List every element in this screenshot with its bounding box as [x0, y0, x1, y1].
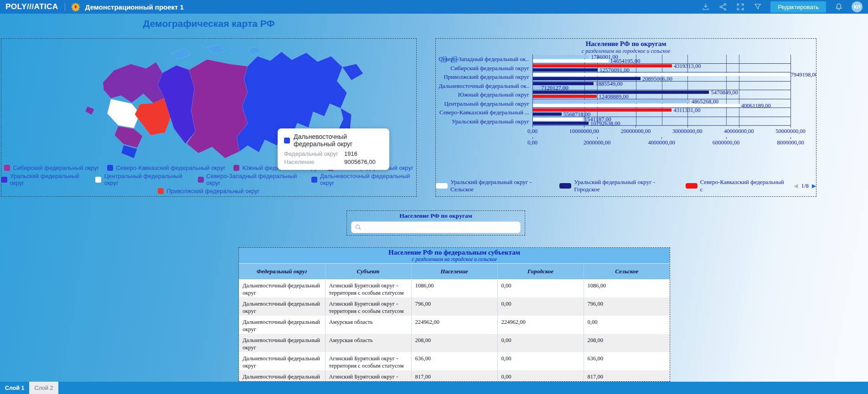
- axis-tick: [687, 126, 688, 128]
- map-legend-item[interactable]: Центральный федеральный округ: [95, 173, 189, 186]
- chart-bar-value: 4311331,00: [673, 107, 700, 114]
- map-islands[interactable]: [207, 45, 225, 55]
- map-region-chukotka[interactable]: [342, 64, 363, 80]
- legend-label: Центральный федеральный округ: [104, 173, 189, 186]
- chart-category-label: Центральный федеральный округ: [439, 99, 529, 108]
- fullscreen-icon[interactable]: [736, 2, 745, 11]
- edit-button[interactable]: Редактировать: [770, 1, 826, 13]
- table-cell: Дальневосточный федеральный округ: [239, 352, 325, 370]
- legend-label: Приволжский федеральный округ: [166, 188, 259, 194]
- map-tooltip: Дальневосточный федеральный округ Федера…: [278, 128, 389, 170]
- map-legend-item[interactable]: Сибирский федеральный округ: [4, 164, 99, 171]
- table-row[interactable]: Дальневосточный федеральный округАгински…: [239, 297, 670, 316]
- table-cell: Амурская область: [325, 316, 411, 334]
- chart-bar[interactable]: [533, 122, 589, 125]
- chart-bar[interactable]: [533, 55, 589, 58]
- chart-legend-item[interactable]: Уральский федеральный округ - Городское: [559, 179, 680, 193]
- map-legend-item[interactable]: Северо-Западный федеральный округ: [198, 173, 303, 186]
- legend-next-icon[interactable]: ▶: [812, 183, 816, 189]
- chart-bar[interactable]: [533, 68, 598, 72]
- layer-tab-2[interactable]: Слой 2: [29, 382, 58, 394]
- table-cell: 0,00: [497, 352, 584, 370]
- project-title: Демонстрационный проект 1: [85, 3, 184, 11]
- bell-icon[interactable]: [834, 2, 843, 11]
- map-legend-item[interactable]: Приволжский федеральный округ: [158, 188, 259, 194]
- legend-swatch: [559, 183, 571, 189]
- chart-bar[interactable]: [533, 118, 583, 121]
- axis-tick: [790, 137, 791, 139]
- table-row[interactable]: Дальневосточный федеральный округАмурска…: [239, 316, 670, 334]
- chart-row: 5470849,0012408889,00: [533, 90, 790, 99]
- table-cell: Агинский Бурятский округ - территория с …: [325, 279, 411, 297]
- chart-bar[interactable]: [533, 77, 641, 80]
- chart-row: 4319313,0012570091,00: [533, 64, 790, 73]
- legend-prev-icon[interactable]: ◀: [794, 183, 798, 189]
- legend-label: Сибирский федеральный округ: [13, 164, 99, 171]
- legend-label: Дальневосточный федеральный округ: [320, 173, 416, 186]
- table-row[interactable]: Дальневосточный федеральный округАгински…: [239, 370, 670, 382]
- legend-swatch: [107, 165, 113, 171]
- table-cell: 208,00: [411, 334, 497, 352]
- table-cell: 796,00: [584, 297, 670, 316]
- table-cell: 1086,00: [411, 279, 497, 297]
- chart-row: 4311331,005568718,00: [533, 108, 790, 117]
- table-row[interactable]: Дальневосточный федеральный округАгински…: [239, 352, 670, 370]
- map-islands[interactable]: [248, 46, 261, 56]
- table-row[interactable]: Дальневосточный федеральный округАмурска…: [239, 334, 670, 352]
- table-cell: 0,00: [497, 334, 584, 352]
- search-widget: Население РФ по округам: [346, 210, 525, 235]
- table-subtitle: с разделением на городское и сельское: [239, 256, 670, 262]
- tooltip-title: Дальневосточный федеральный округ: [294, 133, 383, 148]
- tooltip-row-label: Население: [284, 159, 344, 165]
- download-icon[interactable]: [701, 2, 710, 11]
- chart-bar[interactable]: [533, 100, 690, 103]
- table-column-header[interactable]: Федеральный округ: [239, 264, 325, 279]
- chart-bar-value: 5470849,00: [711, 89, 738, 96]
- chart-row: 1746001,0014654195,00: [533, 55, 790, 64]
- table-column-header[interactable]: Население: [411, 264, 497, 279]
- map-legend-item[interactable]: Дальневосточный федеральный округ: [311, 173, 416, 186]
- table-cell: 0,00: [497, 297, 584, 316]
- table-row[interactable]: Дальневосточный федеральный округАгински…: [239, 279, 670, 297]
- legend-page-number: 1/8: [801, 182, 809, 189]
- map-legend-row: Приволжский федеральный округ: [158, 188, 259, 194]
- share-icon[interactable]: [718, 2, 728, 11]
- chart-legend-item[interactable]: Северо-Кавказский федеральный с: [686, 179, 786, 193]
- table-column-header[interactable]: Городское: [497, 264, 584, 279]
- chart-bar[interactable]: [533, 95, 597, 98]
- chart-bar-value: 7949198,00: [790, 72, 816, 78]
- map-islands[interactable]: [171, 48, 191, 60]
- table-column-header[interactable]: Сельское: [584, 264, 670, 279]
- search-input[interactable]: [364, 224, 517, 231]
- chart-category-label: Северо-Кавказский федеральный ...: [439, 108, 529, 117]
- search-box[interactable]: [351, 221, 521, 233]
- layer-tab-1[interactable]: Слой 1: [0, 382, 29, 394]
- filter-icon[interactable]: [753, 2, 762, 11]
- axis-tick: [584, 126, 584, 128]
- map-district-yuzhny[interactable]: [114, 126, 142, 148]
- table-cell: 1086,00: [584, 279, 670, 297]
- chart-category-label: Южный федеральный округ: [439, 90, 529, 99]
- map-district-severo-zapadny[interactable]: [103, 62, 165, 103]
- chart-row: 7949198,0020895066,00: [533, 72, 790, 82]
- table-cell: Дальневосточный федеральный округ: [239, 279, 325, 297]
- map-legend-item[interactable]: Уральский федеральный округ: [1, 173, 87, 186]
- map-district-central[interactable]: [107, 99, 140, 128]
- map-district-kaliningrad[interactable]: [85, 106, 94, 115]
- chart-bar[interactable]: [533, 108, 672, 112]
- table-cell: 224962,00: [411, 316, 497, 334]
- table-header-row: Федеральный округСубъектНаселениеГородск…: [239, 264, 670, 279]
- coat-of-arms-icon: [71, 2, 81, 12]
- map-legend-item[interactable]: Северо-Кавказский федеральный округ: [107, 164, 225, 171]
- avatar[interactable]: КЛ: [852, 1, 863, 12]
- axis-tick-label: 4000000,00: [648, 139, 675, 146]
- table-cell: 208,00: [584, 334, 670, 352]
- chart-row: 1541187,0010792638,00: [533, 117, 790, 126]
- chart-legend-item[interactable]: Уральский федеральный округ - Сельское: [436, 179, 554, 193]
- axis-tick-label: 40000000,00: [724, 128, 754, 135]
- table-column-header[interactable]: Субъект: [325, 264, 411, 279]
- chart-title: Население РФ по округам: [436, 40, 816, 48]
- chart-category-label: Дальневосточный федеральный ок...: [439, 82, 529, 91]
- chart-bar[interactable]: [533, 113, 562, 116]
- legend-swatch: [198, 177, 204, 183]
